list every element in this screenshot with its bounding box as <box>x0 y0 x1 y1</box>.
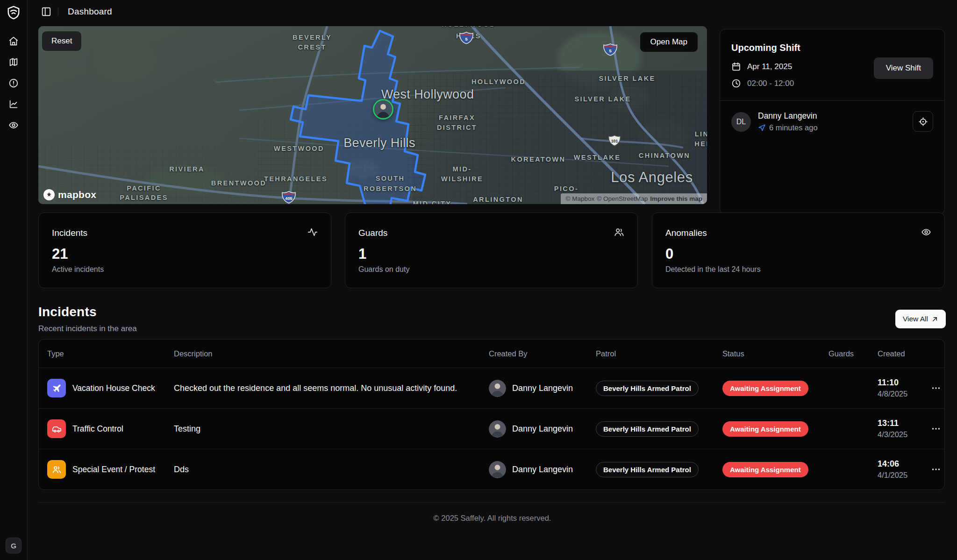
col-type: Type <box>39 349 165 358</box>
navigation-icon <box>758 124 766 132</box>
status-badge: Awaiting Assignment <box>722 462 808 477</box>
attrib-mapbox[interactable]: © Mapbox <box>565 195 594 202</box>
stat-caption: Guards on duty <box>358 265 624 274</box>
incident-row[interactable]: Special Event / Protest Dds Danny Langev… <box>39 449 944 489</box>
table-header-row: Type Description Created By Patrol Statu… <box>39 340 944 368</box>
users-icon <box>614 227 624 239</box>
guard-initials-avatar: DL <box>731 112 751 132</box>
col-description: Description <box>165 349 480 358</box>
panel-left-icon <box>41 7 51 17</box>
locate-guard-button[interactable] <box>913 111 933 132</box>
creator-avatar <box>489 461 506 478</box>
footer-copyright: © 2025 Saffely. All rights reserved. <box>28 514 957 523</box>
map-icon <box>8 57 19 67</box>
header-divider <box>58 7 58 16</box>
plane-icon <box>47 379 66 397</box>
top-bar: Dashboard <box>28 0 957 23</box>
dashboard-page: G Dashboard <box>0 0 957 560</box>
eye-icon <box>921 227 931 239</box>
eye-icon <box>8 120 19 130</box>
status-badge: Awaiting Assignment <box>722 421 808 437</box>
patrol-badge: Beverly Hills Armed Patrol <box>596 421 699 437</box>
sidebar-item-analytics[interactable] <box>4 95 23 113</box>
row-menu-button[interactable] <box>928 461 944 477</box>
ellipsis-icon <box>931 464 941 475</box>
shift-title: Upcoming Shift <box>731 43 933 53</box>
row-menu-button[interactable] <box>928 380 944 396</box>
incidents-title: Incidents <box>38 305 137 319</box>
view-shift-button[interactable]: View Shift <box>874 57 933 79</box>
stat-caption: Active incidents <box>52 265 318 274</box>
map-attribution: © Mapbox © OpenStreetMap Improve this ma… <box>561 193 707 204</box>
sidebar-item-home[interactable] <box>4 32 23 50</box>
mapbox-icon <box>43 189 55 200</box>
sidebar-item-incidents[interactable] <box>4 74 23 92</box>
shift-date: Apr 11, 2025 <box>747 62 792 71</box>
map-reset-button[interactable]: Reset <box>42 31 81 51</box>
incidents-section-header: Incidents Recent incidents in the area <box>38 305 137 333</box>
users-icon <box>47 460 66 479</box>
chart-line-icon <box>8 99 19 109</box>
col-created: Created <box>869 349 920 358</box>
patrol-zone-polygon[interactable] <box>291 31 425 204</box>
improve-map-link[interactable]: Improve this map <box>650 195 702 202</box>
sidebar-toggle-button[interactable] <box>38 4 54 20</box>
mapbox-logo[interactable]: mapbox <box>43 189 96 200</box>
activity-icon <box>307 227 318 239</box>
creator-avatar <box>489 420 506 438</box>
col-guards: Guards <box>820 349 869 358</box>
stat-value: 21 <box>52 247 318 261</box>
guard-list-item[interactable]: DL Danny Langevin 6 minutes ago <box>720 101 944 142</box>
patrol-badge: Beverly Hills Armed Patrol <box>596 462 699 477</box>
stat-card-anomalies: Anomalies 0 Detected in the last 24 hour… <box>652 213 945 288</box>
ellipsis-icon <box>931 424 941 434</box>
patrol-badge: Beverly Hills Armed Patrol <box>596 381 699 396</box>
status-badge: Awaiting Assignment <box>722 381 808 396</box>
incidents-subtitle: Recent incidents in the area <box>38 324 137 333</box>
home-icon <box>8 36 19 46</box>
col-created-by: Created By <box>480 349 587 358</box>
map-roads-and-zone <box>38 26 707 204</box>
guard-last-seen: 6 minutes ago <box>769 123 818 132</box>
alert-circle-icon <box>8 78 19 88</box>
row-menu-button[interactable] <box>928 421 944 437</box>
stat-value: 1 <box>358 247 624 261</box>
arrow-up-right-icon <box>931 316 938 323</box>
incident-row[interactable]: Traffic Control Testing Danny Langevin B… <box>39 408 944 449</box>
ellipsis-icon <box>931 383 941 393</box>
stat-title: Guards <box>358 228 387 238</box>
upcoming-shift-card: Upcoming Shift Apr 11, 2025 02:00 - 12:0… <box>720 29 945 214</box>
creator-avatar <box>489 380 506 397</box>
sidebar: G <box>0 0 28 560</box>
stat-value: 0 <box>665 247 931 261</box>
guard-avatar-photo <box>374 100 392 118</box>
footer-divider <box>38 502 945 503</box>
shift-time-row: 02:00 - 12:00 <box>731 78 933 88</box>
locate-icon <box>918 117 928 127</box>
calendar-icon <box>731 62 741 71</box>
stat-card-guards: Guards 1 Guards on duty <box>345 213 638 288</box>
stat-title: Incidents <box>52 228 87 238</box>
clock-icon <box>731 78 741 88</box>
patrol-map[interactable]: BEVERLYCRESTHOLLYWOODHILLSHOLLYWOODSILVE… <box>38 26 707 204</box>
incident-row[interactable]: Vacation House Check Checked out the res… <box>39 368 944 408</box>
stat-card-incidents: Incidents 21 Active incidents <box>38 213 331 288</box>
shift-time: 02:00 - 12:00 <box>747 79 794 88</box>
view-all-button[interactable]: View All <box>895 310 946 328</box>
car-icon <box>47 419 66 438</box>
open-map-button[interactable]: Open Map <box>640 32 698 52</box>
sidebar-item-monitoring[interactable] <box>4 116 23 135</box>
stat-caption: Detected in the last 24 hours <box>665 265 931 274</box>
sidebar-item-map[interactable] <box>4 53 23 71</box>
page-title: Dashboard <box>68 7 112 17</box>
brand-shield-logo[interactable] <box>5 5 22 23</box>
stat-title: Anomalies <box>665 228 707 238</box>
col-patrol: Patrol <box>587 349 714 358</box>
guard-name: Danny Langevin <box>758 111 818 121</box>
attrib-osm[interactable]: © OpenStreetMap <box>597 195 648 202</box>
incidents-table: Type Description Created By Patrol Statu… <box>38 339 945 490</box>
guard-location-marker[interactable] <box>373 99 393 120</box>
user-avatar[interactable]: G <box>6 538 21 553</box>
col-status: Status <box>714 349 820 358</box>
